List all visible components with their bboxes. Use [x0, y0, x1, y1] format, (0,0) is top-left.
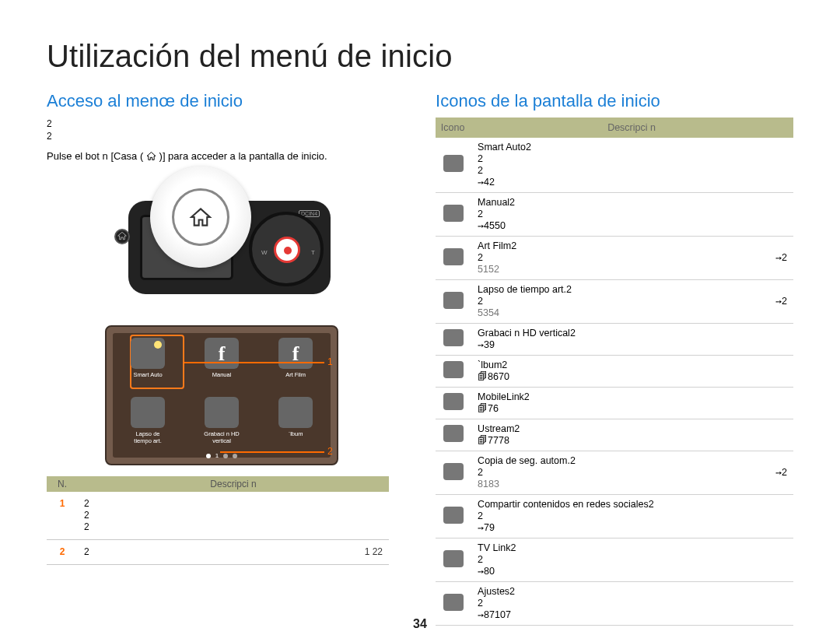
row-pages: 1 22 — [365, 546, 383, 558]
row-title: Smart Auto2 — [478, 142, 531, 153]
manual-page: Utilización del menú de inicio Acceso al… — [0, 0, 840, 642]
row-desc-cell: Ajustes22➙87107 — [470, 582, 793, 626]
zoom-t: T — [311, 249, 315, 256]
row-thumb-icon — [443, 155, 464, 172]
cell-label-a: Lapso de — [136, 430, 160, 437]
row-thumb-icon — [443, 292, 464, 309]
cell-label: Art Film — [285, 371, 306, 378]
table-row: 2 2 1 22 — [47, 540, 389, 565]
cell-label: Smart Auto — [133, 371, 162, 378]
row-l2: 2 — [478, 510, 483, 521]
row-thumb-icon — [443, 205, 464, 222]
row-desc-cell: Lapso de tiempo art.22➙25354 — [470, 280, 793, 324]
row-no: 2 — [47, 540, 78, 565]
right-column: Iconos de la pantalla de inicio Icono De… — [436, 91, 793, 626]
row-pg: 42 — [484, 177, 495, 188]
row-pg: 76 — [488, 403, 499, 414]
cell-label-b: vertical — [212, 437, 231, 444]
pages-icon: 🗐 — [478, 435, 488, 446]
arrow-icon: ➙ — [775, 297, 782, 306]
row-l2: 2 — [478, 209, 483, 219]
row-icon-cell — [436, 388, 470, 419]
row-title: Copia de seg. autom.2 — [478, 455, 576, 466]
two-column-layout: Acceso al menœ de inicio 2 2 Pulse el bo… — [47, 91, 793, 626]
row-pg: 87107 — [484, 609, 511, 620]
table-row: Ustream2🗐7778 — [436, 419, 793, 451]
grid-row-bottom: Lapso detiempo art. Grabaci n HDvertical… — [121, 397, 323, 444]
cell-label-a: Grabaci n HD — [204, 430, 239, 437]
intro-line-1: 2 — [47, 118, 52, 129]
row-desc-cell: Smart Auto222➙42 — [470, 138, 793, 193]
row-l3: 2 — [84, 521, 89, 532]
arrow-icon: ➙ — [478, 341, 484, 349]
row-icon-cell — [436, 419, 470, 451]
row-extra: 5152 — [478, 264, 499, 275]
row-icon-cell — [436, 582, 470, 626]
row-icon-cell — [436, 193, 470, 237]
page-title: Utilización del menú de inicio — [47, 39, 793, 74]
arrow-icon: ➙ — [478, 611, 484, 619]
camera-illustration: DCIN4 W T — [105, 170, 338, 310]
instr-post: )] para acceder a la pantalla de inicio. — [159, 150, 327, 162]
hd-vertical-icon — [205, 397, 239, 428]
row-far: ➙2 — [775, 296, 787, 307]
table-row: Manual22➙4550 — [436, 193, 793, 237]
table-row: Compartir contenidos en redes sociales22… — [436, 495, 793, 539]
pages-icon: 🗐 — [478, 371, 488, 382]
row-thumb-icon — [443, 329, 464, 346]
th-no: N. — [47, 476, 78, 492]
row-pg: 80 — [484, 566, 495, 577]
row-title: Art Film2 — [478, 240, 516, 251]
page-number: 34 — [413, 617, 427, 631]
smart-auto-icon — [131, 338, 165, 369]
row-icon-cell — [436, 138, 470, 193]
row-desc: 2 1 22 — [78, 540, 389, 565]
row-desc-cell: MobileLink2🗐76 — [470, 388, 793, 419]
record-dot — [284, 247, 292, 254]
magnify-bubble — [150, 167, 251, 268]
row-title: TV Link2 — [478, 542, 516, 553]
row-thumb-icon — [443, 361, 464, 378]
dot-active — [206, 454, 211, 458]
row-l1: 2 — [84, 546, 89, 557]
row-icon-cell — [436, 539, 470, 582]
row-desc-cell: TV Link22➙80 — [470, 539, 793, 582]
row-icon-cell — [436, 237, 470, 280]
row-icon-cell — [436, 356, 470, 388]
icon-table: Icono Descripci n Smart Auto222➙42Manual… — [436, 118, 793, 626]
album-icon — [278, 397, 313, 428]
row-extra: 5354 — [478, 307, 499, 318]
row-far: ➙2 — [775, 252, 787, 264]
grid-art-film: fArt Film — [268, 338, 323, 378]
row-desc-cell: Grabaci n HD vertical2➙39 — [470, 324, 793, 356]
arrow-icon: ➙ — [478, 178, 484, 187]
home-screen-preview: Smart Auto fManual fArt Film Lapso detie… — [105, 325, 338, 465]
table-row: 1 2 2 2 — [47, 492, 389, 540]
row-desc-cell: Manual22➙4550 — [470, 193, 793, 237]
row-l2: 2 — [84, 510, 89, 521]
arrow-icon: ➙ — [478, 524, 484, 532]
row-l3: 2 — [478, 165, 483, 176]
row-icon-cell — [436, 280, 470, 324]
grid-hd-vertical: Grabaci n HDvertical — [194, 397, 249, 444]
row-title: `lbum2 — [478, 360, 507, 370]
instr-pre: Pulse el bot n [Casa ( — [47, 150, 143, 162]
dot — [233, 454, 237, 458]
home-button-ring — [172, 188, 229, 246]
grid-row-top: Smart Auto fManual fArt Film — [121, 338, 323, 378]
row-l2: 2 — [478, 467, 483, 478]
left-intro: 2 2 — [47, 118, 397, 142]
table-row: `lbum2🗐8670 — [436, 356, 793, 388]
callout-table: N. Descripci n 1 2 2 2 2 — [47, 476, 389, 565]
row-thumb-icon — [443, 507, 464, 524]
home-instruction: Pulse el bot n [Casa ( )] para acceder a… — [47, 150, 397, 162]
grid-smart-auto: Smart Auto — [121, 338, 175, 378]
dot — [223, 454, 228, 458]
row-desc: 2 2 2 — [78, 492, 389, 540]
dot-num: 1 — [215, 454, 219, 458]
callout-line-2 — [220, 451, 324, 453]
row-thumb-icon — [443, 425, 464, 442]
row-desc-cell: Compartir contenidos en redes sociales22… — [470, 495, 793, 539]
row-l2: 2 — [478, 598, 483, 609]
row-thumb-icon — [443, 248, 464, 265]
